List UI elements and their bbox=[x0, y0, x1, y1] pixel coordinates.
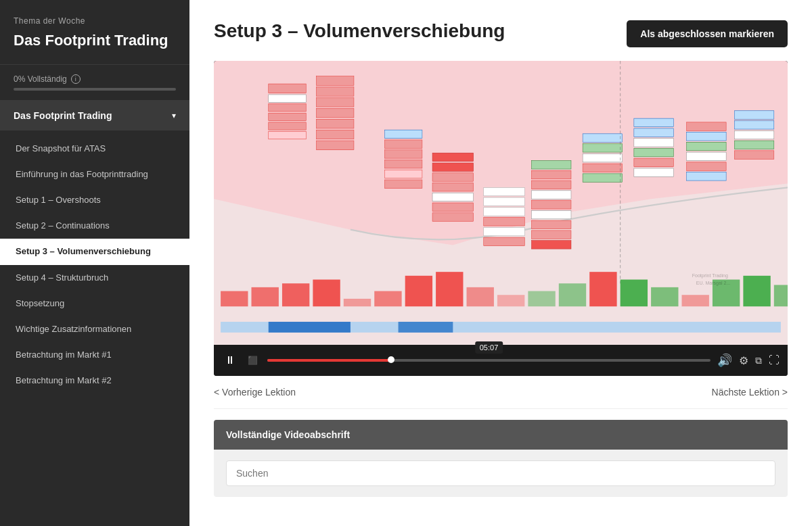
svg-rect-51 bbox=[734, 111, 774, 119]
sidebar-item-setup2[interactable]: Setup 2 – Continuations bbox=[0, 213, 189, 239]
svg-rect-5 bbox=[269, 113, 307, 120]
transcript-header: Vollständige Videoabschrift bbox=[214, 420, 788, 450]
svg-rect-72 bbox=[405, 276, 432, 306]
svg-rect-76 bbox=[528, 291, 555, 307]
svg-rect-44 bbox=[634, 168, 674, 176]
pip-icon[interactable]: ⧉ bbox=[755, 355, 762, 366]
svg-rect-39 bbox=[634, 118, 674, 126]
svg-rect-28 bbox=[484, 187, 525, 195]
fullscreen-icon[interactable]: ⛶ bbox=[769, 354, 780, 366]
svg-rect-57 bbox=[531, 170, 571, 178]
svg-rect-54 bbox=[734, 141, 774, 149]
sidebar-item-stopsetzung[interactable]: Stopsetzung bbox=[0, 291, 189, 316]
transcript-body bbox=[214, 450, 788, 497]
sidebar-item-setup1[interactable]: Setup 1 – Overshoots bbox=[0, 187, 189, 213]
progress-bar-background bbox=[14, 88, 176, 91]
progress-section: 0% Vollständig i bbox=[0, 65, 189, 101]
volume-icon[interactable]: 🔊 bbox=[717, 353, 732, 368]
transcript-section: Vollständige Videoabschrift bbox=[214, 420, 788, 497]
svg-rect-18 bbox=[384, 160, 422, 168]
svg-rect-17 bbox=[384, 150, 422, 158]
svg-rect-68 bbox=[282, 283, 309, 306]
svg-rect-31 bbox=[484, 218, 525, 226]
svg-rect-13 bbox=[316, 130, 354, 139]
svg-rect-33 bbox=[484, 237, 525, 245]
svg-rect-71 bbox=[374, 291, 401, 307]
svg-rect-55 bbox=[734, 151, 774, 159]
svg-rect-61 bbox=[531, 210, 571, 218]
page-title: Setup 3 – Volumenverschiebung bbox=[214, 20, 505, 42]
video-progress-bar[interactable]: 05:07 bbox=[267, 359, 710, 362]
svg-rect-27 bbox=[432, 213, 474, 221]
prev-lesson-link[interactable]: < Vorherige Lektion bbox=[214, 387, 296, 398]
svg-rect-60 bbox=[531, 201, 571, 209]
sidebar-item-wichtige[interactable]: Wichtige Zusatzinformationen bbox=[0, 316, 189, 342]
svg-rect-37 bbox=[583, 164, 623, 172]
svg-rect-80 bbox=[651, 287, 678, 306]
transcript-search-input[interactable] bbox=[226, 460, 775, 486]
svg-rect-24 bbox=[432, 183, 474, 191]
next-lesson-link[interactable]: Nächste Lektion > bbox=[712, 387, 788, 398]
sidebar-item-markt1[interactable]: Betrachtung im Markt #1 bbox=[0, 342, 189, 368]
svg-rect-59 bbox=[531, 191, 571, 199]
svg-rect-36 bbox=[583, 153, 623, 162]
sidebar: Thema der Woche Das Footprint Trading 0%… bbox=[0, 0, 189, 526]
module-header-title: Das Footprint Trading bbox=[14, 110, 112, 121]
svg-rect-23 bbox=[432, 173, 474, 181]
module-header[interactable]: Das Footprint Trading ▾ bbox=[0, 101, 189, 130]
sidebar-navigation: Der Snapshot für ATAS Einführung in das … bbox=[0, 130, 189, 400]
svg-rect-70 bbox=[344, 299, 371, 306]
svg-rect-77 bbox=[559, 283, 586, 306]
svg-rect-69 bbox=[313, 280, 340, 307]
sidebar-item-markt2[interactable]: Betrachtung im Markt #2 bbox=[0, 368, 189, 393]
settings-icon[interactable]: ⚙ bbox=[739, 354, 748, 367]
play-pause-button[interactable]: ⏸ bbox=[222, 353, 238, 368]
svg-rect-50 bbox=[687, 172, 727, 181]
sidebar-item-setup4[interactable]: Setup 4 – Strukturbruch bbox=[0, 265, 189, 291]
svg-rect-6 bbox=[269, 122, 307, 130]
svg-rect-56 bbox=[531, 161, 571, 169]
svg-rect-79 bbox=[621, 280, 648, 307]
svg-rect-66 bbox=[221, 291, 248, 307]
svg-rect-21 bbox=[432, 153, 474, 161]
stop-button[interactable]: ⬛ bbox=[245, 354, 261, 366]
svg-rect-14 bbox=[316, 141, 354, 150]
svg-rect-84 bbox=[774, 285, 788, 306]
svg-rect-32 bbox=[484, 227, 525, 235]
svg-rect-7 bbox=[269, 131, 307, 139]
svg-rect-38 bbox=[583, 174, 623, 182]
course-title: Das Footprint Trading bbox=[14, 31, 176, 51]
svg-rect-75 bbox=[497, 295, 524, 306]
svg-rect-19 bbox=[384, 170, 422, 178]
svg-rect-15 bbox=[384, 130, 422, 138]
svg-rect-87 bbox=[399, 322, 453, 333]
svg-rect-86 bbox=[269, 322, 351, 333]
chevron-down-icon: ▾ bbox=[172, 111, 176, 120]
chart-visualization: Footprint Trading EU. Marsgal 2... bbox=[214, 61, 788, 345]
progress-label: 0% Vollständig i bbox=[14, 74, 176, 84]
complete-button[interactable]: Als abgeschlossen markieren bbox=[627, 20, 788, 47]
svg-rect-26 bbox=[432, 203, 474, 211]
sidebar-header: Thema der Woche Das Footprint Trading bbox=[0, 0, 189, 65]
svg-rect-4 bbox=[269, 104, 307, 112]
svg-rect-47 bbox=[687, 142, 727, 150]
video-progress-played bbox=[267, 359, 391, 362]
svg-rect-35 bbox=[583, 144, 623, 152]
video-controls-right: 🔊 ⚙ ⧉ ⛶ bbox=[717, 353, 780, 368]
sidebar-item-snapshot[interactable]: Der Snapshot für ATAS bbox=[0, 136, 189, 162]
sidebar-item-einfuhrung[interactable]: Einführung in das Footprinttrading bbox=[0, 162, 189, 187]
svg-rect-10 bbox=[316, 97, 354, 107]
svg-rect-43 bbox=[634, 158, 674, 166]
svg-rect-30 bbox=[484, 208, 525, 216]
svg-rect-29 bbox=[484, 197, 525, 206]
svg-rect-41 bbox=[634, 139, 674, 147]
svg-rect-48 bbox=[687, 152, 727, 160]
video-timestamp: 05:07 bbox=[475, 341, 503, 354]
video-controls: ⏸ ⬛ 05:07 🔊 ⚙ ⧉ ⛶ bbox=[214, 345, 788, 376]
svg-rect-34 bbox=[583, 134, 623, 142]
video-player[interactable]: Footprint Trading EU. Marsgal 2... ⏸ ⬛ 0… bbox=[214, 61, 788, 376]
info-icon: i bbox=[71, 74, 81, 84]
svg-rect-42 bbox=[634, 148, 674, 156]
sidebar-item-setup3[interactable]: Setup 3 – Volumenverschiebung bbox=[0, 239, 189, 264]
svg-rect-62 bbox=[531, 220, 571, 229]
